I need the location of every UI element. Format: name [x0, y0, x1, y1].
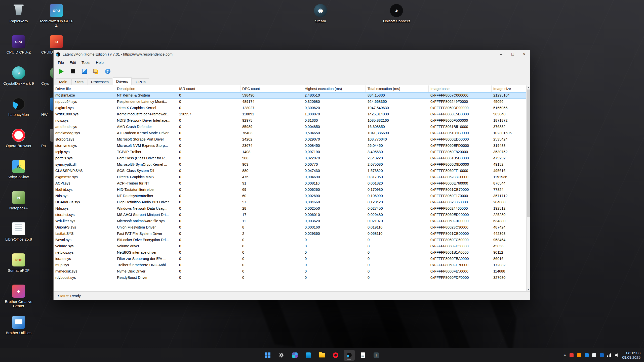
driver-row[interactable]: tcpip.sys TCP/IP-Treiber 0 1408 0,097190…	[54, 149, 526, 155]
desktop-icon-ubisoft-connect[interactable]: ◕ Ubisoft Connect	[381, 3, 412, 31]
column-header-driver-file[interactable]: Driver file	[54, 85, 115, 92]
stop-monitor-button[interactable]	[69, 68, 77, 75]
photos-app-button[interactable]	[289, 350, 300, 361]
driver-row[interactable]: kbdhid.sys HID-Tastaturfiltertreiber 0 6…	[54, 187, 526, 193]
driver-row[interactable]: amdkmdag.sys ATI Radeon Kernel Mode Driv…	[54, 130, 526, 136]
copy-button[interactable]	[92, 68, 100, 75]
start-button[interactable]	[262, 350, 273, 361]
tray-app-light[interactable]	[592, 353, 596, 357]
scrollbar-thumb[interactable]	[527, 89, 530, 217]
driver-row[interactable]: storport.sys Microsoft Storage Port Driv…	[54, 136, 526, 143]
driver-row[interactable]: dxgkrnl.sys DirectX Graphics Kernel 0 12…	[54, 105, 526, 111]
desktop-icon-gpu-z[interactable]: GPU TechPowerUp GPU-Z	[41, 3, 71, 31]
desktop-icon-libreoffice[interactable]: LibreOffice 25.8	[4, 221, 34, 249]
driver-row[interactable]: HDAudBus.sys High Definition Audio Bus D…	[54, 199, 526, 205]
driver-row[interactable]: ntoskrnl.exe NT Kernel & System 0 598490…	[54, 92, 526, 99]
network-icon[interactable]	[607, 353, 611, 357]
desktop-icon-latencymon[interactable]: LatencyMon	[4, 96, 34, 124]
driver-row[interactable]: portcls.sys Port Class (Class Driver for…	[54, 155, 526, 161]
driver-row[interactable]: nvmedisk.sys Nvme Disk Driver 0 0 0 0 0x…	[54, 268, 526, 275]
desktop-icon-brother-utilities[interactable]: Brother Utilities	[4, 314, 34, 342]
column-header-dpc-count[interactable]: DPC count	[240, 85, 303, 92]
driver-row[interactable]: symcryptk.dll Microsoft® SymCrypt Kernel…	[54, 161, 526, 168]
driver-row[interactable]: ACPI.sys ACPI-Treiber für NT 0 91 0,0081…	[54, 180, 526, 187]
desktop-icon-notepad-plus-plus[interactable]: N Notepad++	[4, 190, 34, 218]
driver-row[interactable]: rspLLL64.sys Resplendence Latency Monit.…	[54, 99, 526, 105]
menu-tools[interactable]: Tools	[79, 60, 93, 65]
tab-drivers[interactable]: Drivers	[113, 77, 132, 85]
tray-app-red[interactable]	[570, 353, 574, 357]
column-header-total-execution[interactable]: Total execution (ms)	[366, 85, 429, 92]
tab-processes[interactable]: Processes	[88, 78, 112, 85]
driver-row[interactable]: iorate.sys Filter zur Steuerung der E/A-…	[54, 256, 526, 262]
column-header-highest-execution[interactable]: Highest execution (ms)	[303, 85, 366, 92]
driver-row[interactable]: ndis.sys NDIS (Network Driver Interface.…	[54, 117, 526, 124]
desktop-icon-crystaldiskmark[interactable]: 9 CrystalDiskMark 9	[4, 65, 34, 93]
column-header-image-base[interactable]: Image base	[429, 85, 492, 92]
taskbar-clock[interactable]: 08:15:03 09.09.2025	[622, 351, 640, 360]
column-header-description[interactable]: Description	[115, 85, 177, 92]
driver-row[interactable]: Wdf01000.sys Kernelmodustreiber-Framewor…	[54, 111, 526, 117]
start-monitor-button[interactable]	[58, 68, 65, 75]
taskbar-item-icon	[280, 353, 283, 357]
maximize-button[interactable]: □	[507, 50, 518, 59]
driver-row[interactable]: storahci.sys MS AHCI Storport Miniport D…	[54, 212, 526, 218]
file-explorer-button[interactable]	[316, 350, 328, 361]
desktop-wallpaper: Papierkorb CPU CPUID CPU-Z 9 CrystalDisk…	[0, 0, 644, 362]
tab-stats[interactable]: Stats	[71, 78, 87, 85]
desktop-icon-opera-browser[interactable]: Opera-Browser	[4, 127, 34, 155]
desktop-icon-papierkorb[interactable]: Papierkorb	[4, 3, 34, 31]
close-button[interactable]: ×	[518, 50, 530, 59]
help-button[interactable]: ?	[104, 68, 111, 75]
desktop-icon-steam[interactable]: ◉ Steam	[305, 3, 336, 31]
isr-count-cell: 0	[177, 130, 240, 136]
minimize-button[interactable]: –	[495, 50, 507, 59]
settings-button[interactable]	[276, 350, 287, 361]
tray-app-orange[interactable]	[577, 353, 581, 357]
driver-row[interactable]: UnionFS.sys Union Filesystem Driver 0 8 …	[54, 224, 526, 231]
driver-row[interactable]: Ndu.sys Windows Network Data Usag... 0 2…	[54, 205, 526, 212]
column-header-image-size[interactable]: Image size	[492, 85, 526, 92]
driver-row[interactable]: Ntfs.sys NT-Dateisystemtreiber 0 60 0,00…	[54, 193, 526, 199]
menu-edit[interactable]: Edit	[67, 60, 79, 65]
tab-label: Drivers	[116, 79, 128, 83]
driver-row[interactable]: CLASSPNP.SYS SCSI Class System Dll 0 880…	[54, 168, 526, 174]
driver-row[interactable]: WdFilter.sys Microsoft antimalware file …	[54, 218, 526, 224]
vertical-scrollbar[interactable]: ▲ ▼	[526, 85, 530, 291]
driver-row[interactable]: fvevol.sys BitLocker Drive Encryption Dr…	[54, 237, 526, 243]
isr-count-cell: 0	[177, 218, 240, 224]
driver-row[interactable]: mup.sys Treiber für mehrere UNC-Anbi... …	[54, 262, 526, 268]
desktop-icon-whysoslow[interactable]: W WhySoSlow	[4, 158, 34, 187]
driver-row[interactable]: rdyboost.sys ReadyBoost Driver 0 0 0 0 0…	[54, 275, 526, 281]
document-app-button[interactable]	[357, 350, 368, 361]
volume-icon[interactable]	[615, 353, 619, 357]
bluetooth-tray-icon[interactable]	[600, 353, 604, 357]
scroll-up-arrow[interactable]: ▲	[527, 85, 530, 89]
desktop-icon-cpuid-cpu-z[interactable]: CPU CPUID CPU-Z	[4, 34, 34, 62]
image-base-cell: 0xFFFFF8060FEA0000	[429, 256, 492, 262]
driver-row[interactable]: amdfendr.sys AMD Crash Defender 0 85989 …	[54, 124, 526, 130]
opera-button[interactable]	[330, 350, 341, 361]
tray-app-blue[interactable]	[585, 353, 589, 357]
driver-row[interactable]: volume.sys Volume driver 0 0 0 0 0xFFFFF…	[54, 243, 526, 249]
tab-cpus[interactable]: CPUs	[132, 78, 149, 85]
hidden-icons-chevron[interactable]: ∧	[564, 353, 566, 357]
desktop-icon-brother-creative-center[interactable]: ◆ Brother Creative Center	[4, 283, 34, 311]
menu-help[interactable]: Help	[93, 60, 106, 65]
report-button[interactable]	[81, 68, 88, 75]
menu-file[interactable]: File	[55, 60, 67, 65]
tab-main[interactable]: Main	[56, 78, 71, 85]
driver-row[interactable]: stornvme.sys Microsoft NVM Express Storp…	[54, 143, 526, 149]
column-header-isr-count[interactable]: ISR count	[177, 85, 240, 92]
driver-row[interactable]: dxgmms2.sys DirectX Graphics MMS 0 475 0…	[54, 174, 526, 180]
highest-execution-cell: 0,504650	[303, 130, 366, 136]
arrow-app-button[interactable]: ↑	[371, 350, 382, 361]
title-bar[interactable]: LatencyMon (Home Edition ) v 7.31 - http…	[54, 50, 530, 59]
driver-row[interactable]: fastfat.SYS Fast FAT File System Driver …	[54, 231, 526, 237]
desktop-icon-label: CrystalDiskMark 9	[1, 81, 36, 85]
scroll-down-arrow[interactable]: ▼	[527, 288, 530, 291]
driver-row[interactable]: netbios.sys NetBIOS interface driver 0 0…	[54, 249, 526, 256]
latencymon-button[interactable]	[344, 350, 355, 361]
desktop-icon-sumatrapdf[interactable]: PDF SumatraPDF	[4, 252, 34, 280]
store-app-button[interactable]	[303, 350, 314, 361]
